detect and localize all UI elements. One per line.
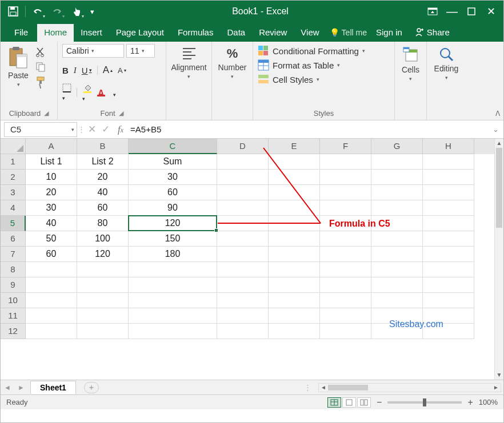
font-color-button[interactable]: A▾ <box>98 86 116 99</box>
cell[interactable]: 120 <box>77 247 129 262</box>
col-header[interactable]: D <box>217 139 269 154</box>
cell[interactable]: 100 <box>77 231 129 247</box>
cell[interactable] <box>217 154 269 170</box>
row-header[interactable]: 7 <box>1 247 26 262</box>
cell[interactable] <box>26 293 77 308</box>
cell[interactable] <box>371 293 423 308</box>
number-button[interactable]: % Number▾ <box>219 44 246 79</box>
cell[interactable] <box>423 170 474 185</box>
cell[interactable] <box>129 277 217 293</box>
cell[interactable]: 20 <box>26 185 77 200</box>
cell[interactable] <box>269 262 320 277</box>
cell[interactable] <box>423 185 474 200</box>
maximize-icon[interactable] <box>462 3 481 20</box>
cell[interactable] <box>217 324 269 339</box>
cell[interactable] <box>269 308 320 324</box>
row-headers[interactable]: 1 2 3 4 5 6 7 8 9 10 11 12 <box>1 154 26 339</box>
select-all-button[interactable] <box>1 139 26 154</box>
cell[interactable] <box>320 324 371 339</box>
row-header[interactable]: 1 <box>1 154 26 170</box>
cell[interactable] <box>129 324 217 339</box>
cell[interactable] <box>269 277 320 293</box>
page-break-view-icon[interactable] <box>357 397 371 408</box>
cell[interactable]: 40 <box>77 185 129 200</box>
cell[interactable]: 120 <box>129 216 217 231</box>
copy-icon[interactable] <box>35 61 46 72</box>
cell[interactable] <box>320 231 371 247</box>
paste-button[interactable]: Paste▾ <box>5 44 31 87</box>
tab-review[interactable]: Review <box>252 24 294 42</box>
cell[interactable] <box>269 293 320 308</box>
cell[interactable] <box>77 277 129 293</box>
cell[interactable] <box>320 200 371 216</box>
cell[interactable] <box>269 200 320 216</box>
enter-formula-icon[interactable]: ✓ <box>102 123 110 135</box>
scroll-down-icon[interactable]: ▼ <box>495 370 503 380</box>
tab-scroll-left-icon[interactable]: ◄ <box>1 384 14 392</box>
cell[interactable] <box>320 185 371 200</box>
font-size-combo[interactable]: 11▾ <box>126 44 155 58</box>
name-box[interactable]: C5▾ <box>4 122 77 137</box>
cell[interactable] <box>269 231 320 247</box>
formula-input[interactable]: =A5+B5 <box>127 124 488 134</box>
tab-split-handle[interactable]: ⋮ <box>301 383 315 392</box>
cell[interactable] <box>423 154 474 170</box>
cell[interactable]: 180 <box>129 247 217 262</box>
cell[interactable] <box>320 170 371 185</box>
tab-view[interactable]: View <box>294 24 326 42</box>
col-header[interactable]: E <box>269 139 320 154</box>
cells[interactable]: List 1List 2Sum 102030 204060 306090 408… <box>26 154 494 380</box>
cell[interactable] <box>269 216 320 231</box>
cell[interactable]: 60 <box>129 185 217 200</box>
share-button[interactable]: Share <box>408 25 455 42</box>
collapse-ribbon-icon[interactable]: ᐱ <box>495 110 500 118</box>
zoom-out-button[interactable]: − <box>377 397 382 408</box>
font-name-combo[interactable]: Calibri▾ <box>62 44 124 58</box>
cell[interactable] <box>269 185 320 200</box>
customize-qat-icon[interactable]: ▾ <box>87 3 97 20</box>
cell[interactable] <box>77 324 129 339</box>
scroll-right-icon[interactable]: ► <box>491 384 501 390</box>
cell[interactable]: 80 <box>77 216 129 231</box>
cell[interactable]: 10 <box>26 170 77 185</box>
cell[interactable]: Sum <box>129 154 217 170</box>
horizontal-scrollbar[interactable]: ◄ ► <box>318 383 501 392</box>
cancel-formula-icon[interactable]: ✕ <box>88 123 96 135</box>
tab-data[interactable]: Data <box>220 24 252 42</box>
cell-styles-button[interactable]: Cell Styles▾ <box>258 74 365 85</box>
col-header[interactable]: B <box>77 139 129 154</box>
cell[interactable] <box>320 293 371 308</box>
cell[interactable] <box>77 308 129 324</box>
tab-home[interactable]: Home <box>37 24 74 42</box>
minimize-icon[interactable]: — <box>443 3 461 20</box>
cells-button[interactable]: Cells▾ <box>399 44 422 82</box>
sign-in-link[interactable]: Sign in <box>370 27 408 42</box>
italic-button[interactable]: I <box>74 66 77 75</box>
cell[interactable]: 60 <box>26 247 77 262</box>
touch-mode-icon[interactable] <box>67 3 86 20</box>
cell[interactable]: 40 <box>26 216 77 231</box>
alignment-button[interactable]: Alignment▾ <box>176 44 202 79</box>
cell[interactable] <box>371 185 423 200</box>
tab-scroll-right-icon[interactable]: ► <box>14 384 28 392</box>
conditional-formatting-button[interactable]: Conditional Formatting▾ <box>258 45 365 57</box>
cell[interactable] <box>371 170 423 185</box>
tab-file[interactable]: File <box>5 24 37 42</box>
cell[interactable] <box>423 200 474 216</box>
cell[interactable] <box>423 231 474 247</box>
col-header[interactable]: A <box>26 139 77 154</box>
scroll-thumb[interactable] <box>496 148 502 228</box>
cell[interactable] <box>26 277 77 293</box>
row-header[interactable]: 4 <box>1 200 26 216</box>
cell[interactable]: 20 <box>77 170 129 185</box>
page-layout-view-icon[interactable] <box>342 397 356 408</box>
column-headers[interactable]: A B C D E F G H <box>26 139 494 154</box>
cell[interactable] <box>217 170 269 185</box>
normal-view-icon[interactable] <box>327 397 341 408</box>
cell[interactable] <box>269 170 320 185</box>
cell[interactable]: List 1 <box>26 154 77 170</box>
cell[interactable] <box>129 308 217 324</box>
cell[interactable] <box>423 277 474 293</box>
new-sheet-button[interactable]: ＋ <box>84 382 99 393</box>
cell[interactable] <box>320 277 371 293</box>
